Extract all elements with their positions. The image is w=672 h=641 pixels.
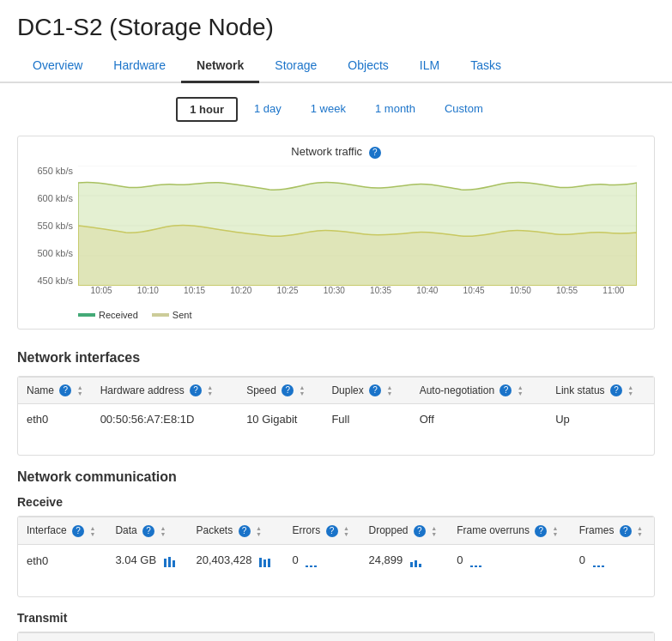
chart-help-icon[interactable]: ? (369, 147, 381, 159)
x-label: 11:00 (590, 286, 637, 303)
page-title: DC1-S2 (Storage Node) (0, 0, 672, 50)
svg-rect-13 (314, 565, 317, 567)
autoneg-help-icon[interactable]: ? (499, 384, 512, 396)
receive-data-row: eth0 3.04 GB 20,403,428 0 (18, 545, 654, 576)
th-trans-interface: Interface ? ▲▼ (18, 632, 112, 641)
svg-rect-7 (173, 560, 175, 567)
hardware-sort[interactable]: ▲▼ (207, 384, 213, 396)
main-tabs: Overview Hardware Network Storage Object… (0, 50, 672, 83)
time-tab-1day[interactable]: 1 day (241, 97, 294, 122)
recv-frame-minichart[interactable] (469, 555, 483, 567)
recv-cell-dropped: 24,899 (360, 545, 448, 576)
recv-packets-minichart[interactable] (258, 555, 272, 567)
speed-sort[interactable]: ▲▼ (300, 384, 306, 396)
x-label: 10:25 (264, 286, 311, 303)
legend-sent-label: Sent (173, 310, 192, 320)
y-label: 500 kb/s (27, 248, 73, 258)
recv-interface-sort[interactable]: ▲▼ (89, 525, 95, 537)
recv-cell-errors: 0 (284, 545, 360, 576)
tab-ilm[interactable]: ILM (404, 50, 455, 83)
y-label: 650 kb/s (27, 166, 73, 176)
time-tab-1month[interactable]: 1 month (362, 97, 428, 122)
x-label: 10:05 (78, 286, 124, 303)
recv-frame-sort[interactable]: ▲▼ (553, 525, 559, 537)
x-label: 10:55 (544, 286, 590, 303)
recv-packets-help[interactable]: ? (239, 525, 251, 537)
svg-rect-14 (410, 562, 413, 567)
svg-rect-21 (597, 565, 600, 567)
th-name: Name ? ▲▼ (18, 377, 92, 404)
content-area: 1 hour 1 day 1 week 1 month Custom Netwo… (0, 83, 672, 641)
time-tab-1week[interactable]: 1 week (298, 97, 359, 122)
tab-objects[interactable]: Objects (332, 50, 403, 83)
recv-data-minichart[interactable] (163, 555, 177, 567)
svg-rect-11 (306, 565, 308, 567)
duplex-help-icon[interactable]: ? (369, 384, 381, 396)
y-axis: 650 kb/s 600 kb/s 550 kb/s 500 kb/s 450 … (27, 166, 78, 286)
recv-errors-help[interactable]: ? (326, 525, 338, 537)
duplex-sort[interactable]: ▲▼ (386, 384, 392, 396)
svg-rect-18 (475, 565, 477, 567)
time-tab-1hour[interactable]: 1 hour (176, 97, 238, 122)
svg-rect-19 (479, 565, 481, 567)
tab-network[interactable]: Network (181, 50, 259, 83)
network-interfaces-header-row: Name ? ▲▼ Hardware address ? ▲▼ Speed ? … (18, 377, 654, 404)
chart-plot (78, 166, 637, 286)
tab-hardware[interactable]: Hardware (98, 50, 181, 83)
recv-errors-minichart[interactable] (305, 555, 318, 567)
cell-duplex: Full (323, 404, 410, 435)
th-recv-packets: Packets ? ▲▼ (188, 517, 284, 545)
recv-packets-sort[interactable]: ▲▼ (256, 525, 262, 537)
recv-frames-minichart[interactable] (592, 555, 606, 567)
x-label: 10:10 (124, 286, 171, 303)
th-recv-interface: Interface ? ▲▼ (18, 517, 106, 545)
th-trans-packets: Packets ? ▲▼ (197, 632, 298, 641)
svg-rect-22 (602, 565, 604, 567)
x-label: 10:30 (311, 286, 357, 303)
chart-area: 650 kb/s 600 kb/s 550 kb/s 500 kb/s 450 … (27, 166, 645, 303)
th-trans-collisions: Collisions ? ▲▼ (472, 632, 570, 641)
th-recv-data: Data ? ▲▼ (106, 517, 187, 545)
network-interfaces-table: Name ? ▲▼ Hardware address ? ▲▼ Speed ? … (18, 377, 654, 435)
recv-frames-help[interactable]: ? (620, 525, 632, 537)
cell-speed: 10 Gigabit (238, 404, 323, 435)
autoneg-sort[interactable]: ▲▼ (518, 384, 524, 396)
recv-frame-help[interactable]: ? (535, 525, 547, 537)
y-label: 450 kb/s (27, 275, 73, 286)
recv-dropped-help[interactable]: ? (414, 525, 426, 537)
tab-overview[interactable]: Overview (17, 50, 98, 83)
transmit-table-wrapper: Interface ? ▲▼ Data ? ▲▼ Packets ? ▲▼ (17, 632, 655, 641)
th-recv-frames: Frames ? ▲▼ (571, 517, 654, 545)
hardware-help-icon[interactable]: ? (190, 384, 202, 396)
recv-frames-sort[interactable]: ▲▼ (637, 525, 643, 537)
th-recv-errors: Errors ? ▲▼ (284, 517, 360, 545)
recv-interface-help[interactable]: ? (72, 525, 84, 537)
th-trans-data: Data ? ▲▼ (112, 632, 197, 641)
speed-help-icon[interactable]: ? (282, 384, 294, 396)
tab-tasks[interactable]: Tasks (455, 50, 517, 83)
time-tab-custom[interactable]: Custom (432, 97, 496, 122)
recv-errors-sort[interactable]: ▲▼ (343, 525, 349, 537)
svg-rect-20 (593, 565, 596, 567)
legend-received: Received (78, 310, 138, 320)
name-sort[interactable]: ▲▼ (77, 384, 83, 396)
tab-storage[interactable]: Storage (259, 50, 332, 83)
recv-data-help[interactable]: ? (142, 525, 154, 537)
recv-cell-data: 3.04 GB (106, 545, 187, 576)
recv-data-sort[interactable]: ▲▼ (160, 525, 166, 537)
transmit-header-row: Interface ? ▲▼ Data ? ▲▼ Packets ? ▲▼ (18, 632, 654, 641)
th-auto-negotiation: Auto-negotiation ? ▲▼ (411, 377, 548, 404)
receive-table-wrapper: Interface ? ▲▼ Data ? ▲▼ Packets ? ▲▼ (17, 516, 655, 596)
recv-dropped-sort[interactable]: ▲▼ (431, 525, 437, 537)
linkstatus-sort[interactable]: ▲▼ (627, 384, 633, 396)
svg-rect-16 (419, 564, 421, 567)
th-trans-dropped: Dropped ? ▲▼ (378, 632, 471, 641)
th-hardware-address: Hardware address ? ▲▼ (92, 377, 239, 404)
cell-link-status: Up (547, 404, 654, 435)
svg-rect-12 (310, 565, 312, 567)
network-interfaces-title: Network interfaces (17, 350, 655, 366)
recv-dropped-minichart[interactable] (409, 555, 423, 567)
svg-rect-6 (168, 557, 171, 567)
linkstatus-help-icon[interactable]: ? (610, 384, 622, 396)
name-help-icon[interactable]: ? (59, 384, 71, 396)
